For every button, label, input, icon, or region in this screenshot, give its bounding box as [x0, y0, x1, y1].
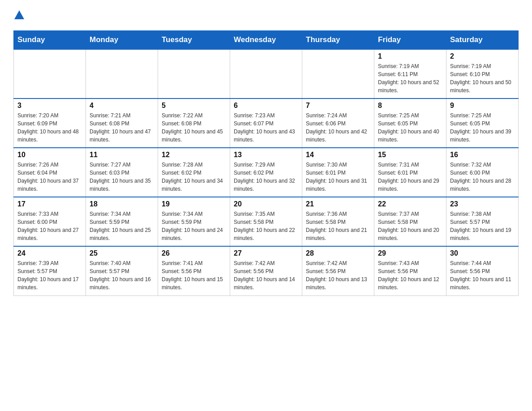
day-number: 15	[378, 151, 442, 159]
calendar-cell: 11Sunrise: 7:27 AMSunset: 6:03 PMDayligh…	[86, 148, 158, 197]
calendar-cell	[230, 49, 302, 98]
calendar-cell: 8Sunrise: 7:25 AMSunset: 6:05 PMDaylight…	[374, 98, 446, 148]
calendar-cell: 19Sunrise: 7:34 AMSunset: 5:59 PMDayligh…	[158, 197, 230, 246]
logo	[13, 9, 24, 23]
day-info: Sunrise: 7:29 AMSunset: 6:02 PMDaylight:…	[234, 161, 298, 193]
day-info: Sunrise: 7:28 AMSunset: 6:02 PMDaylight:…	[162, 161, 226, 193]
day-info: Sunrise: 7:31 AMSunset: 6:01 PMDaylight:…	[378, 161, 442, 193]
calendar-cell: 25Sunrise: 7:40 AMSunset: 5:57 PMDayligh…	[86, 246, 158, 295]
weekday-header-tuesday: Tuesday	[158, 31, 230, 50]
calendar-cell: 14Sunrise: 7:30 AMSunset: 6:01 PMDayligh…	[302, 148, 374, 197]
day-info: Sunrise: 7:38 AMSunset: 5:57 PMDaylight:…	[450, 210, 515, 242]
calendar-cell: 17Sunrise: 7:33 AMSunset: 6:00 PMDayligh…	[14, 197, 86, 246]
calendar-cell: 15Sunrise: 7:31 AMSunset: 6:01 PMDayligh…	[374, 148, 446, 197]
calendar-cell: 30Sunrise: 7:44 AMSunset: 5:56 PMDayligh…	[446, 246, 519, 295]
day-info: Sunrise: 7:19 AMSunset: 6:11 PMDaylight:…	[378, 62, 442, 94]
logo-triangle-icon	[14, 10, 24, 19]
calendar-cell: 2Sunrise: 7:19 AMSunset: 6:10 PMDaylight…	[446, 49, 519, 98]
calendar-cell	[86, 49, 158, 98]
calendar-cell: 23Sunrise: 7:38 AMSunset: 5:57 PMDayligh…	[446, 197, 519, 246]
day-number: 20	[234, 200, 298, 208]
day-info: Sunrise: 7:25 AMSunset: 6:05 PMDaylight:…	[378, 111, 442, 144]
day-info: Sunrise: 7:34 AMSunset: 5:59 PMDaylight:…	[90, 210, 154, 242]
day-info: Sunrise: 7:41 AMSunset: 5:56 PMDaylight:…	[162, 259, 226, 291]
calendar-cell: 16Sunrise: 7:32 AMSunset: 6:00 PMDayligh…	[446, 148, 519, 197]
day-info: Sunrise: 7:39 AMSunset: 5:57 PMDaylight:…	[17, 259, 82, 291]
day-number: 11	[90, 151, 154, 159]
page-header	[13, 9, 519, 23]
day-info: Sunrise: 7:22 AMSunset: 6:08 PMDaylight:…	[162, 111, 226, 144]
day-number: 4	[90, 102, 154, 110]
day-number: 8	[378, 102, 442, 110]
weekday-header-sunday: Sunday	[14, 31, 86, 50]
calendar-cell: 6Sunrise: 7:23 AMSunset: 6:07 PMDaylight…	[230, 98, 302, 148]
calendar-cell: 1Sunrise: 7:19 AMSunset: 6:11 PMDaylight…	[374, 49, 446, 98]
day-number: 12	[162, 151, 226, 159]
calendar-cell: 12Sunrise: 7:28 AMSunset: 6:02 PMDayligh…	[158, 148, 230, 197]
day-number: 28	[306, 249, 370, 257]
calendar-table: SundayMondayTuesdayWednesdayThursdayFrid…	[13, 30, 519, 296]
day-number: 25	[90, 249, 154, 257]
day-number: 18	[90, 200, 154, 208]
day-info: Sunrise: 7:42 AMSunset: 5:56 PMDaylight:…	[234, 259, 298, 291]
day-info: Sunrise: 7:33 AMSunset: 6:00 PMDaylight:…	[17, 210, 82, 242]
day-number: 3	[17, 102, 82, 110]
calendar-cell: 22Sunrise: 7:37 AMSunset: 5:58 PMDayligh…	[374, 197, 446, 246]
day-number: 17	[17, 200, 82, 208]
day-info: Sunrise: 7:35 AMSunset: 5:58 PMDaylight:…	[234, 210, 298, 242]
day-number: 21	[306, 200, 370, 208]
day-number: 2	[450, 52, 515, 60]
week-row-3: 10Sunrise: 7:26 AMSunset: 6:04 PMDayligh…	[14, 148, 519, 197]
day-info: Sunrise: 7:44 AMSunset: 5:56 PMDaylight:…	[450, 259, 515, 291]
calendar-cell: 26Sunrise: 7:41 AMSunset: 5:56 PMDayligh…	[158, 246, 230, 295]
day-info: Sunrise: 7:26 AMSunset: 6:04 PMDaylight:…	[17, 161, 82, 193]
day-number: 22	[378, 200, 442, 208]
calendar-cell	[158, 49, 230, 98]
day-number: 5	[162, 102, 226, 110]
calendar-cell: 9Sunrise: 7:25 AMSunset: 6:05 PMDaylight…	[446, 98, 519, 148]
day-number: 19	[162, 200, 226, 208]
day-info: Sunrise: 7:43 AMSunset: 5:56 PMDaylight:…	[378, 259, 442, 291]
day-number: 14	[306, 151, 370, 159]
svg-marker-0	[14, 10, 24, 19]
weekday-header-saturday: Saturday	[446, 31, 519, 50]
day-number: 29	[378, 249, 442, 257]
day-number: 10	[17, 151, 82, 159]
day-number: 27	[234, 249, 298, 257]
day-info: Sunrise: 7:42 AMSunset: 5:56 PMDaylight:…	[306, 259, 370, 291]
calendar-cell	[302, 49, 374, 98]
weekday-header-thursday: Thursday	[302, 31, 374, 50]
calendar-cell: 24Sunrise: 7:39 AMSunset: 5:57 PMDayligh…	[14, 246, 86, 295]
day-info: Sunrise: 7:27 AMSunset: 6:03 PMDaylight:…	[90, 161, 154, 193]
day-number: 9	[450, 102, 515, 110]
calendar-cell: 5Sunrise: 7:22 AMSunset: 6:08 PMDaylight…	[158, 98, 230, 148]
calendar-cell: 21Sunrise: 7:36 AMSunset: 5:58 PMDayligh…	[302, 197, 374, 246]
day-info: Sunrise: 7:34 AMSunset: 5:59 PMDaylight:…	[162, 210, 226, 242]
day-info: Sunrise: 7:25 AMSunset: 6:05 PMDaylight:…	[450, 111, 515, 144]
day-info: Sunrise: 7:30 AMSunset: 6:01 PMDaylight:…	[306, 161, 370, 193]
day-info: Sunrise: 7:23 AMSunset: 6:07 PMDaylight:…	[234, 111, 298, 144]
week-row-2: 3Sunrise: 7:20 AMSunset: 6:09 PMDaylight…	[14, 98, 519, 148]
day-number: 30	[450, 249, 515, 257]
day-number: 7	[306, 102, 370, 110]
calendar-cell: 27Sunrise: 7:42 AMSunset: 5:56 PMDayligh…	[230, 246, 302, 295]
day-info: Sunrise: 7:37 AMSunset: 5:58 PMDaylight:…	[378, 210, 442, 242]
week-row-5: 24Sunrise: 7:39 AMSunset: 5:57 PMDayligh…	[14, 246, 519, 295]
day-info: Sunrise: 7:32 AMSunset: 6:00 PMDaylight:…	[450, 161, 515, 193]
day-info: Sunrise: 7:40 AMSunset: 5:57 PMDaylight:…	[90, 259, 154, 291]
calendar-cell: 29Sunrise: 7:43 AMSunset: 5:56 PMDayligh…	[374, 246, 446, 295]
calendar-cell: 3Sunrise: 7:20 AMSunset: 6:09 PMDaylight…	[14, 98, 86, 148]
weekday-header-monday: Monday	[86, 31, 158, 50]
week-row-1: 1Sunrise: 7:19 AMSunset: 6:11 PMDaylight…	[14, 49, 519, 98]
day-number: 6	[234, 102, 298, 110]
calendar-cell: 18Sunrise: 7:34 AMSunset: 5:59 PMDayligh…	[86, 197, 158, 246]
week-row-4: 17Sunrise: 7:33 AMSunset: 6:00 PMDayligh…	[14, 197, 519, 246]
calendar-header-row: SundayMondayTuesdayWednesdayThursdayFrid…	[14, 31, 519, 50]
weekday-header-friday: Friday	[374, 31, 446, 50]
day-number: 24	[17, 249, 82, 257]
calendar-cell: 7Sunrise: 7:24 AMSunset: 6:06 PMDaylight…	[302, 98, 374, 148]
calendar-cell	[14, 49, 86, 98]
calendar-cell: 4Sunrise: 7:21 AMSunset: 6:08 PMDaylight…	[86, 98, 158, 148]
day-number: 13	[234, 151, 298, 159]
day-info: Sunrise: 7:20 AMSunset: 6:09 PMDaylight:…	[17, 111, 82, 144]
